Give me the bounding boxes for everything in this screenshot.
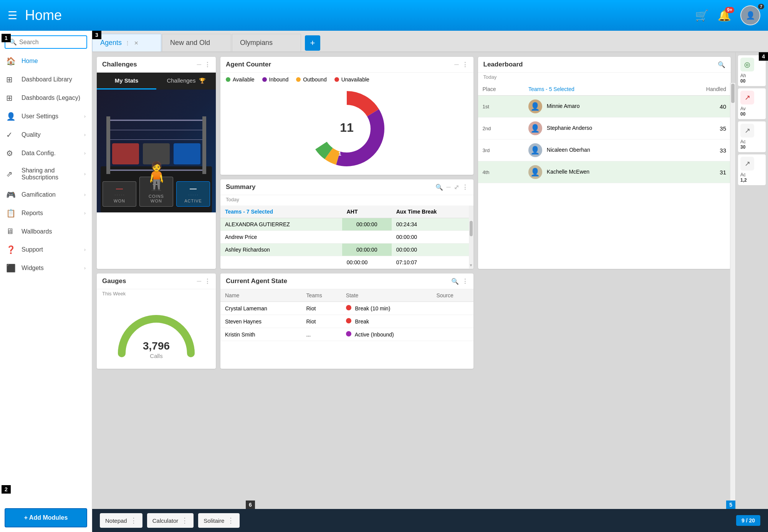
summary-col-aht: AHT [342, 206, 392, 218]
challenges-tab-mystats-label: My Stats [115, 77, 139, 84]
tab-olympians[interactable]: Olympians [232, 34, 301, 51]
agent-counter-more-icon[interactable]: ⋮ [462, 61, 468, 68]
challenges-image: — · · · · · WON — · · · · · COINS WON — … [97, 89, 216, 212]
agent-counter-minimize-icon[interactable]: ─ [454, 61, 458, 68]
sidebar-item-user-settings[interactable]: 👤 User Settings › [0, 107, 92, 126]
lb-col-teams[interactable]: Teams - 5 Selected [524, 83, 672, 96]
solitaire-dots-icon[interactable]: ⋮ [227, 516, 234, 525]
summary-col-teams[interactable]: Teams - 7 Selected [220, 206, 342, 218]
summary-aht-4: 00:00:00 [342, 256, 392, 269]
challenges-tab-mystats[interactable]: My Stats [97, 73, 156, 89]
challenges-header: Challenges ─ ⋮ [97, 57, 216, 73]
table-row: 3rd 👤 Nicaleen Oberhan 33 [478, 139, 731, 161]
tab-agents[interactable]: Agents ⋮ ✕ [92, 34, 161, 51]
widget-av: ↗ Av 00 [738, 88, 766, 119]
search-box[interactable]: 🔍 [5, 35, 87, 49]
svg-text:3: 3 [330, 114, 333, 120]
gauge-container: 3,796 Calls [97, 300, 216, 369]
hamburger-menu-icon[interactable]: ☰ [8, 9, 17, 22]
agent-source-1 [432, 302, 473, 315]
summary-scroll-down[interactable]: ▼ [469, 263, 473, 267]
agent-source-2 [432, 315, 473, 328]
dashboard-library-icon: ⊞ [6, 75, 17, 84]
gauges-more-icon[interactable]: ⋮ [204, 278, 210, 285]
lb-name-4: 👤 Kachelle McEwen [524, 161, 672, 183]
summary-aux-2: 00:00:00 [392, 231, 473, 244]
sidebar-item-data-config[interactable]: ⚙ Data Config. › [0, 144, 92, 162]
notepad-tool[interactable]: Notepad ⋮ [100, 513, 142, 528]
tab-more-icon[interactable]: ⋮ [125, 40, 130, 46]
sidebar-item-reports[interactable]: 📋 Reports › [0, 204, 92, 222]
nav-label-dashboards-legacy: Dashboards (Legacy) [22, 94, 86, 101]
won-label: WON [108, 199, 131, 203]
lb-handled-2: 35 [672, 118, 731, 139]
widget-ac1-label: Ac [740, 139, 746, 144]
page-title: Home [25, 7, 62, 23]
add-modules-button[interactable]: + Add Modules [5, 508, 87, 527]
sidebar-item-dashboards-legacy[interactable]: ⊞ Dashboards (Legacy) [0, 89, 92, 107]
user-avatar-container: 👤 7 [740, 5, 760, 25]
notepad-dots-icon[interactable]: ⋮ [130, 516, 137, 525]
cart-icon[interactable]: 🛒 [695, 9, 708, 22]
dashboards-legacy-icon: ⊞ [6, 93, 17, 103]
challenges-minimize-icon[interactable]: ─ [197, 61, 201, 68]
summary-aht-3: 00:00:00 [342, 244, 392, 256]
tab-new-and-old[interactable]: New and Old [162, 34, 231, 51]
tab-new-and-old-label: New and Old [170, 39, 210, 47]
agent-state-search-icon[interactable]: 🔍 [451, 278, 459, 285]
reports-icon: 📋 [6, 209, 17, 218]
svg-text:1: 1 [338, 151, 341, 157]
widget-ac1: ↗ Ac 30 [738, 121, 766, 152]
user-settings-icon: 👤 [6, 112, 17, 121]
sidebar-item-quality[interactable]: ✓ Quality › [0, 126, 92, 144]
sidebar-item-wallboards[interactable]: 🖥 Wallboards [0, 222, 92, 240]
tab-close-icon[interactable]: ✕ [134, 40, 139, 46]
bell-icon[interactable]: 🔔 9+ [718, 9, 731, 22]
table-row: 00:00:00 07:10:07 [220, 256, 473, 269]
summary-expand-icon[interactable]: ⤢ [454, 184, 459, 191]
nav-label-gamification: Gamification [22, 191, 84, 198]
user-avatar[interactable]: 👤 [740, 5, 760, 25]
lb-name-1: 👤 Minnie Amaro [524, 96, 672, 118]
sidebar-item-sharing-subscriptions[interactable]: ⇗ Sharing and Subscriptions › [0, 162, 92, 186]
leaderboard-title: Leaderboard [483, 61, 523, 68]
agent-counter-card: Agent Counter ─ ⋮ Available Inbound Outb [220, 57, 473, 175]
leaderboard-table: Place Teams - 5 Selected Handled 1st 👤 M… [478, 83, 731, 183]
solitaire-tool[interactable]: Solitaire ⋮ [198, 513, 240, 528]
summary-name-4 [220, 256, 342, 269]
table-row: Steven Haynes Riot Break [220, 315, 473, 328]
calculator-dots-icon[interactable]: ⋮ [181, 516, 188, 525]
sidebar-item-support[interactable]: ❓ Support › [0, 240, 92, 259]
lb-avatar-3: 👤 [528, 143, 542, 157]
tab-add-button[interactable]: + [305, 35, 320, 51]
lb-person-2: Stephanie Anderso [547, 125, 592, 131]
widget-ah-value: 00 [740, 78, 745, 84]
calculator-tool[interactable]: Calculator ⋮ [147, 513, 194, 528]
challenges-card: Challenges ─ ⋮ My Stats Challenges 🏆 [97, 57, 216, 269]
search-input[interactable] [19, 39, 83, 46]
sidebar-item-gamification[interactable]: 🎮 Gamification › [0, 186, 92, 204]
widget-ac2-icon: ↗ [740, 157, 754, 171]
summary-minimize-icon[interactable]: ─ [446, 184, 450, 191]
gauges-card: Gauges ─ ⋮ This Week 3,796 Calls [97, 273, 216, 369]
leaderboard-search-icon[interactable]: 🔍 [718, 61, 725, 68]
agent-state-more-icon[interactable]: ⋮ [462, 278, 468, 285]
sidebar-item-dashboard-library[interactable]: ⊞ Dashboard Library [0, 70, 92, 89]
challenges-more-icon[interactable]: ⋮ [204, 61, 210, 68]
state-dot-1 [346, 305, 351, 310]
gauges-minimize-icon[interactable]: ─ [197, 278, 201, 285]
stat-boxes-container: — · · · · · WON — · · · · · COINS WON — … [97, 89, 216, 212]
agent-col-name: Name [220, 289, 301, 302]
available-label: Available [233, 76, 255, 83]
table-row: Kristin Smith ... Active (Inbound) [220, 328, 473, 341]
agent-state-card: Current Agent State 🔍 ⋮ Name Teams State… [220, 273, 473, 369]
lb-scrollbar: ▼ [730, 83, 731, 269]
summary-search-icon[interactable]: 🔍 [435, 184, 443, 191]
challenges-tab-challenges[interactable]: Challenges 🏆 [156, 73, 216, 89]
lb-place-3: 3rd [478, 139, 524, 161]
summary-more-icon[interactable]: ⋮ [462, 184, 468, 191]
sidebar-item-widgets[interactable]: ⬛ Widgets › [0, 259, 92, 277]
lb-place-4: 4th [478, 161, 524, 183]
summary-scrollbar-thumb[interactable] [470, 221, 473, 236]
sidebar-item-home[interactable]: 🏠 Home [0, 52, 92, 70]
